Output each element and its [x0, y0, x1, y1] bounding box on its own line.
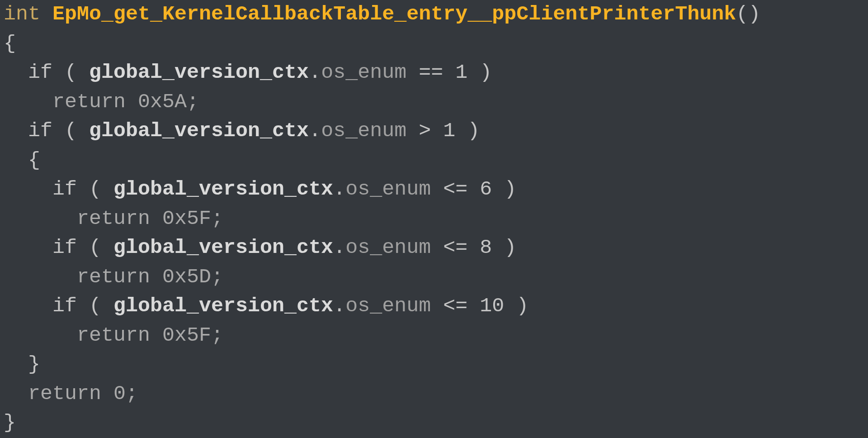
member: os_enum	[345, 178, 431, 201]
identifier: global_version_ctx	[89, 119, 309, 143]
line-1[interactable]: int EpMo_get_KernelCallbackTable_entry__…	[4, 3, 760, 26]
if-kw: if (	[4, 295, 113, 318]
member: os_enum	[321, 119, 406, 143]
return-line-2b[interactable]: return 0x5D;	[4, 266, 223, 289]
return-line-2a[interactable]: return 0x5F;	[4, 207, 223, 230]
open-brace: {	[4, 32, 16, 55]
if-kw: if (	[4, 178, 113, 201]
member: os_enum	[321, 61, 406, 84]
op: <= 8 )	[431, 236, 516, 259]
function-name: EpMo_get_KernelCallbackTable_entry__ppCl…	[52, 3, 736, 26]
return-kw: return	[4, 266, 162, 289]
inner-close-brace: }	[4, 353, 40, 376]
decompiler-code-view[interactable]: int EpMo_get_KernelCallbackTable_entry__…	[0, 0, 868, 438]
if-line-2b[interactable]: if ( global_version_ctx.os_enum <= 8 )	[4, 236, 516, 259]
return-kw: return	[4, 382, 113, 405]
literal: 0x5F;	[162, 324, 223, 347]
literal: 0x5D;	[162, 266, 223, 289]
if-line-2[interactable]: if ( global_version_ctx.os_enum > 1 )	[4, 119, 480, 143]
literal: 0x5F;	[162, 207, 223, 230]
if-line-2a[interactable]: if ( global_version_ctx.os_enum <= 6 )	[4, 178, 516, 201]
return-line-final[interactable]: return 0;	[4, 382, 138, 405]
if-line-2c[interactable]: if ( global_version_ctx.os_enum <= 10 )	[4, 295, 528, 318]
if-kw: if (	[4, 236, 113, 259]
return-kw: return	[4, 207, 162, 230]
return-kw: return	[4, 324, 162, 347]
return-kw: return	[4, 90, 138, 114]
member: os_enum	[345, 295, 431, 318]
paren-group: ()	[736, 3, 760, 26]
op: <= 10 )	[431, 295, 528, 318]
identifier: global_version_ctx	[89, 61, 309, 84]
if-kw: if (	[4, 61, 89, 84]
identifier: global_version_ctx	[113, 236, 333, 259]
keyword-int: int	[4, 3, 40, 26]
identifier: global_version_ctx	[113, 295, 333, 318]
op: <= 6 )	[431, 178, 516, 201]
dot: .	[333, 295, 345, 318]
if-line-1[interactable]: if ( global_version_ctx.os_enum == 1 )	[4, 61, 492, 84]
dot: .	[333, 236, 345, 259]
op: == 1 )	[406, 61, 492, 84]
dot: .	[333, 178, 345, 201]
op: > 1 )	[406, 119, 480, 143]
return-line-1[interactable]: return 0x5A;	[4, 90, 199, 114]
dot: .	[309, 119, 321, 143]
return-line-2c[interactable]: return 0x5F;	[4, 324, 223, 347]
close-brace: }	[4, 411, 16, 434]
inner-open-brace: {	[4, 149, 40, 172]
literal: 0;	[113, 382, 138, 405]
if-kw: if (	[4, 119, 89, 143]
member: os_enum	[345, 236, 431, 259]
literal: 0x5A;	[138, 90, 199, 114]
dot: .	[309, 61, 321, 84]
identifier: global_version_ctx	[113, 178, 333, 201]
